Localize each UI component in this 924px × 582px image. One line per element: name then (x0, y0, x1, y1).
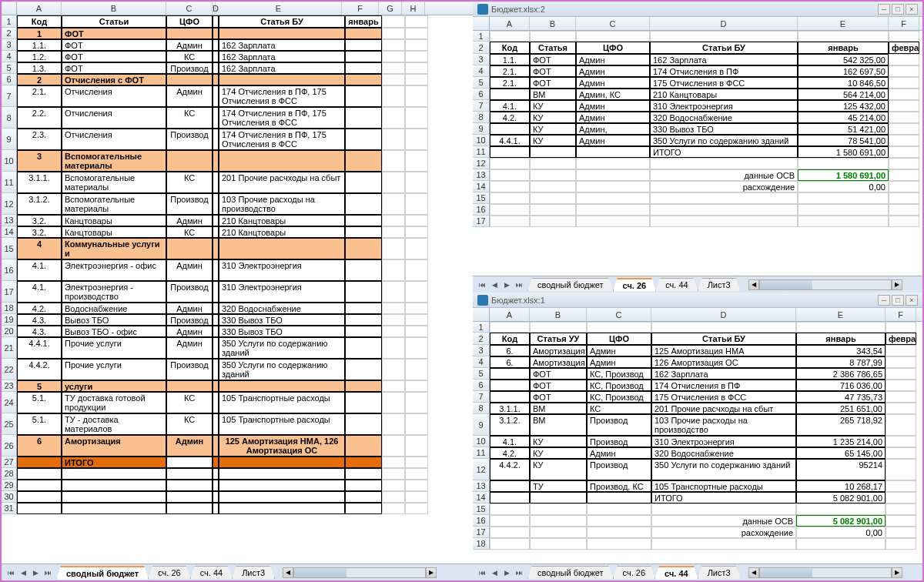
cell[interactable] (382, 303, 405, 314)
cell[interactable] (213, 468, 219, 480)
cell[interactable] (530, 158, 576, 169)
cell[interactable] (382, 380, 405, 392)
cell[interactable]: Отчисления (62, 107, 166, 129)
cell[interactable]: Админ (576, 100, 650, 112)
cell[interactable] (382, 259, 405, 281)
cell[interactable]: Админ (166, 85, 213, 107)
cell[interactable]: 2.1. (17, 85, 62, 107)
cell[interactable] (382, 503, 405, 514)
row-header-25[interactable]: 25 (2, 413, 17, 435)
row-header-8[interactable]: 8 (473, 403, 490, 414)
row-header-2[interactable]: 2 (473, 42, 490, 54)
col-header-F[interactable]: F (886, 308, 916, 321)
cell[interactable] (213, 85, 219, 107)
cell[interactable] (382, 62, 405, 74)
cell[interactable]: ФОТ (62, 39, 166, 51)
col-header-A[interactable]: A (490, 308, 530, 321)
cell[interactable]: Производ (587, 436, 651, 447)
header-cell[interactable]: январь (345, 15, 382, 28)
cell[interactable] (886, 538, 916, 550)
row-header-3[interactable]: 3 (473, 54, 490, 65)
cell[interactable] (382, 337, 405, 359)
cell[interactable]: 4.2. (17, 303, 62, 314)
cell[interactable]: 2 386 786,65 (796, 368, 886, 380)
cell[interactable]: Админ (576, 135, 650, 146)
cell[interactable] (405, 326, 428, 337)
header-cell[interactable]: январь (796, 333, 886, 345)
cell[interactable]: 201 Прочие расчходы на сбыт (651, 403, 796, 414)
maximize-button[interactable]: □ (892, 295, 904, 306)
row-header-5[interactable]: 5 (473, 368, 490, 380)
cell[interactable] (405, 503, 428, 514)
col-header-G[interactable]: G (379, 2, 402, 15)
cell[interactable]: 330 Вывоз ТБО (219, 326, 345, 337)
header-cell[interactable]: Код статьи (17, 15, 62, 28)
cell[interactable] (651, 538, 796, 550)
cell[interactable]: Амортизация (530, 356, 587, 368)
cell[interactable] (17, 503, 62, 514)
row-header-15[interactable]: 15 (2, 238, 17, 259)
cell[interactable]: 3.1.1. (17, 172, 62, 193)
cell[interactable]: ИТОГО (62, 457, 166, 468)
cell[interactable] (530, 146, 576, 158)
cell[interactable] (213, 326, 219, 337)
cell[interactable]: Канцтовары (62, 226, 166, 238)
cell[interactable] (382, 326, 405, 337)
cell[interactable] (166, 28, 213, 39)
cell[interactable] (889, 100, 919, 112)
cell[interactable] (345, 62, 382, 74)
horizontal-scrollbar[interactable]: ◀▶ (748, 279, 902, 290)
cell[interactable] (382, 468, 405, 480)
cell[interactable]: Админ (166, 303, 213, 314)
cell[interactable]: Админ (166, 326, 213, 337)
cell[interactable]: КУ (530, 123, 576, 135)
cell[interactable] (213, 359, 219, 380)
cell[interactable] (345, 150, 382, 172)
scroll-right-arrow[interactable]: ▶ (892, 279, 902, 290)
cell[interactable] (382, 281, 405, 303)
cell[interactable]: 4.1. (490, 100, 530, 112)
cell[interactable]: 2 (17, 74, 62, 85)
cell[interactable]: 3.1.2. (17, 193, 62, 215)
row-header-19[interactable]: 19 (2, 314, 17, 326)
cell[interactable]: Админ, Производ (576, 123, 650, 135)
cell[interactable]: КУ (530, 459, 587, 480)
tab-nav-btn-2[interactable]: ▶ (501, 279, 512, 290)
cell[interactable] (490, 216, 530, 227)
row-header-1[interactable]: 1 (2, 15, 17, 28)
horizontal-scrollbar[interactable]: ◀▶ (748, 567, 902, 578)
sheet-tab-1[interactable]: сч. 26 (613, 566, 655, 579)
tab-nav-btn-0[interactable]: ⏮ (477, 567, 487, 578)
cell[interactable]: Вывоз ТБО - офис (62, 326, 166, 337)
tab-nav-btn-0[interactable]: ⏮ (477, 279, 487, 290)
row-header-8[interactable]: 8 (473, 112, 490, 123)
cell[interactable] (345, 226, 382, 238)
cell[interactable] (345, 480, 382, 491)
scroll-right-arrow[interactable]: ▶ (426, 567, 437, 578)
cell[interactable]: 174 Отчисления в ПФ, 175 Отчисления в ФС… (219, 129, 345, 150)
row-header-29[interactable]: 29 (2, 480, 17, 491)
row-header-24[interactable]: 24 (2, 392, 17, 413)
cell[interactable] (886, 345, 916, 356)
cell[interactable] (889, 204, 919, 216)
cell[interactable] (345, 172, 382, 193)
sheet-tab-2[interactable]: сч. 44 (654, 566, 698, 580)
cell[interactable] (166, 74, 213, 85)
cell[interactable] (213, 259, 219, 281)
header-cell[interactable]: февраль (886, 333, 916, 345)
cell[interactable] (576, 204, 650, 216)
cell[interactable] (650, 204, 798, 216)
cell[interactable]: 1 235 214,00 (796, 436, 886, 447)
cell[interactable]: 0,00 (798, 181, 889, 192)
cell[interactable]: Отчисления (62, 129, 166, 150)
cell[interactable] (886, 459, 916, 480)
column-headers[interactable]: ABCDEFGH (2, 2, 473, 15)
close-button[interactable]: × (906, 4, 918, 15)
cell[interactable]: 2.2. (17, 107, 62, 129)
row-header-23[interactable]: 23 (2, 380, 17, 392)
cell[interactable] (345, 491, 382, 503)
cell[interactable]: 210 Канцтовары (219, 226, 345, 238)
cell[interactable]: 162 Зарплата (650, 54, 798, 65)
cell[interactable] (345, 314, 382, 326)
cell[interactable] (219, 380, 345, 392)
